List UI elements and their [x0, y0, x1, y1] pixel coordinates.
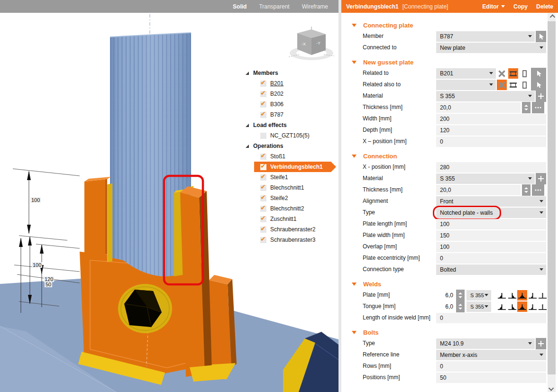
- add-new-button[interactable]: [536, 91, 546, 102]
- panel-scrollbar[interactable]: [548, 13, 556, 392]
- tree-item-b306[interactable]: ✔B306: [243, 99, 336, 109]
- scroll-down-button[interactable]: [548, 384, 556, 392]
- tree-item-checkbox[interactable]: [260, 133, 266, 139]
- weld-type-button-0[interactable]: [497, 290, 507, 301]
- overlap-mm-input[interactable]: 100: [436, 242, 546, 252]
- relate-to-flange-button[interactable]: [508, 68, 518, 79]
- material-dropdown[interactable]: S 355: [436, 173, 535, 184]
- weld-type-button-3[interactable]: [528, 290, 538, 301]
- thickness-mm-input[interactable]: 20,0: [436, 185, 521, 195]
- tree-item-b202[interactable]: ✔B202: [243, 89, 336, 99]
- section-header-connecting-plate[interactable]: Connecting plate: [341, 19, 548, 31]
- editor-button[interactable]: Editor: [482, 3, 505, 10]
- view-cube[interactable]: -X -Y: [289, 27, 334, 60]
- related-to-dropdown[interactable]: B201: [436, 68, 496, 79]
- positions-mm-input[interactable]: 50: [436, 373, 546, 383]
- tree-item-checkbox[interactable]: ✔: [260, 185, 266, 191]
- scrollbar-thumb[interactable]: [548, 21, 556, 374]
- tree-item-schraubenraster3[interactable]: ✔Schraubenraster3: [243, 235, 336, 245]
- rows-mm-input[interactable]: 0: [436, 361, 546, 372]
- remove-relation-button[interactable]: [497, 68, 507, 79]
- type-dropdown[interactable]: Notched plate - walls: [436, 208, 546, 218]
- tree-expand-icon[interactable]: [246, 124, 249, 127]
- spinner-button[interactable]: [522, 102, 531, 113]
- plate-length-mm-input[interactable]: 100: [436, 219, 546, 229]
- tree-item-b787[interactable]: ✔B787: [243, 109, 336, 120]
- x-position-mm-input[interactable]: 0: [436, 137, 546, 147]
- tree-item-checkbox[interactable]: ✔: [260, 81, 266, 87]
- tree-item-blechschnitt1[interactable]: ✔Blechschnitt1: [243, 182, 336, 193]
- weld-type-button-2[interactable]: [517, 290, 527, 301]
- tree-item-steife1[interactable]: ✔Steife1: [243, 172, 336, 182]
- weld-type-button-4[interactable]: [538, 301, 548, 312]
- spinner-button[interactable]: [522, 184, 531, 196]
- weld-material-dropdown[interactable]: S 355: [467, 290, 491, 301]
- length-of-inside-weld-mm-input[interactable]: 0: [436, 313, 546, 323]
- tree-item-steife2[interactable]: ✔Steife2: [243, 193, 336, 203]
- tree-item-checkbox[interactable]: ✔: [260, 206, 266, 212]
- plate-eccentricity-mm-input[interactable]: 0: [436, 253, 546, 264]
- weld-type-button-3[interactable]: [528, 301, 538, 312]
- weld-material-dropdown[interactable]: S 355: [467, 301, 491, 312]
- relate-to-flange-button[interactable]: [508, 80, 518, 90]
- 3d-viewport[interactable]: -X -Y 100 100 120 50 Members✔B201✔B202✔B…: [0, 13, 338, 392]
- more-options-button[interactable]: [532, 102, 544, 113]
- section-header-welds[interactable]: Welds: [341, 278, 548, 290]
- cursor-select-button[interactable]: [531, 79, 546, 91]
- tree-item-zuschnitt1[interactable]: ✔Zuschnitt1: [243, 214, 336, 224]
- tree-section-load-effects[interactable]: Load effects: [243, 120, 336, 130]
- spinner-button[interactable]: [456, 290, 465, 301]
- plate-mm-input[interactable]: 6,0: [435, 290, 453, 301]
- tree-expand-icon[interactable]: [246, 145, 249, 148]
- tree-expand-icon[interactable]: [246, 72, 249, 75]
- weld-type-button-1[interactable]: [507, 301, 517, 312]
- weld-type-button-4[interactable]: [538, 290, 548, 301]
- related-also-to-dropdown[interactable]: [436, 80, 496, 90]
- view-mode-transparent[interactable]: Transparent: [259, 3, 289, 10]
- tree-item-schraubenraster2[interactable]: ✔Schraubenraster2: [243, 224, 336, 235]
- relate-to-web-button[interactable]: [520, 68, 530, 79]
- delete-button[interactable]: Delete: [536, 3, 553, 10]
- remove-relation-button[interactable]: [497, 80, 507, 90]
- tree-item-stoß1[interactable]: ✔Stoß1: [243, 151, 336, 162]
- reference-line-dropdown[interactable]: Member x-axis: [436, 350, 546, 360]
- tree-item-checkbox[interactable]: ✔: [260, 195, 266, 201]
- alignment-dropdown[interactable]: Front: [436, 196, 546, 207]
- tree-item-checkbox[interactable]: ✔: [260, 237, 266, 243]
- type-dropdown[interactable]: M24 10.9: [436, 338, 535, 349]
- weld-type-button-1[interactable]: [507, 290, 517, 301]
- connection-type-dropdown[interactable]: Bolted: [436, 264, 546, 275]
- plate-width-mm-input[interactable]: 150: [436, 230, 546, 241]
- tree-item-checkbox[interactable]: ✔: [260, 112, 266, 118]
- material-dropdown[interactable]: S 355: [436, 91, 535, 101]
- tongue-mm-input[interactable]: 6,0: [435, 301, 453, 312]
- tree-item-checkbox[interactable]: ✔: [260, 154, 266, 160]
- add-new-button[interactable]: [536, 338, 546, 349]
- tree-item-b201[interactable]: ✔B201: [243, 78, 336, 89]
- tree-item-blechschnitt2[interactable]: ✔Blechschnitt2: [243, 203, 336, 214]
- weld-type-button-2[interactable]: [517, 301, 527, 312]
- depth-mm-input[interactable]: 120: [436, 125, 546, 136]
- scroll-up-button[interactable]: [548, 13, 556, 21]
- section-header-connection[interactable]: Connection: [341, 150, 548, 162]
- cursor-select-button[interactable]: [536, 31, 546, 42]
- tree-item-checkbox[interactable]: ✔: [260, 227, 266, 233]
- tree-section-members[interactable]: Members: [243, 68, 336, 78]
- tree-item-checkbox[interactable]: ✔: [260, 164, 266, 170]
- view-mode-solid[interactable]: Solid: [233, 3, 247, 10]
- more-options-button[interactable]: [532, 184, 544, 196]
- tree-item-checkbox[interactable]: ✔: [260, 174, 266, 181]
- connected-to-dropdown[interactable]: New plate: [436, 43, 546, 53]
- tree-section-operations[interactable]: Operations: [243, 141, 336, 151]
- copy-button[interactable]: Copy: [513, 3, 528, 10]
- width-mm-input[interactable]: 200: [436, 114, 546, 124]
- spinner-button[interactable]: [456, 301, 465, 312]
- x-position-mm-input[interactable]: 280: [436, 162, 546, 173]
- member-dropdown[interactable]: B787: [436, 31, 535, 42]
- weld-type-button-0[interactable]: [497, 301, 507, 312]
- section-header-new-gusset-plate[interactable]: New gusset plate: [341, 56, 548, 68]
- view-mode-wireframe[interactable]: Wireframe: [302, 3, 328, 10]
- add-new-button[interactable]: [536, 173, 546, 184]
- thickness-mm-input[interactable]: 20,0: [436, 102, 521, 113]
- tree-item-checkbox[interactable]: ✔: [260, 216, 266, 222]
